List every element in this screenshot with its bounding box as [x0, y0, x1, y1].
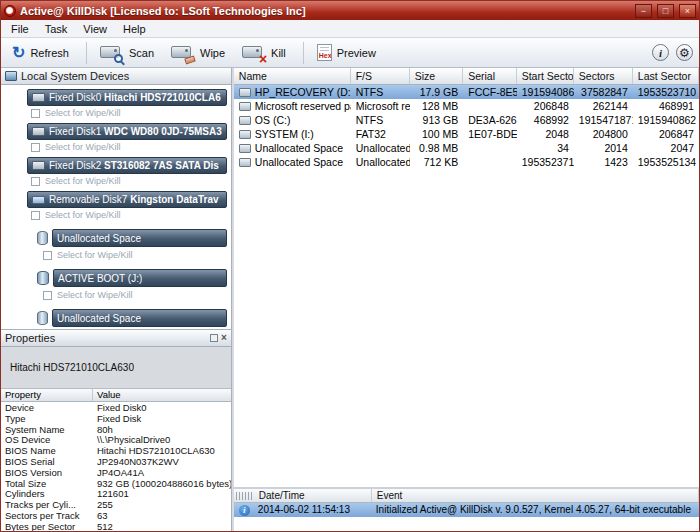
- main-content: Local System Devices Fixed Disk0 Hitachi…: [1, 68, 699, 531]
- refresh-button[interactable]: ↻ Refresh: [7, 42, 78, 64]
- event-text: Initialized Active@ KillDisk v. 9.0.527,…: [372, 503, 699, 517]
- checkbox-icon[interactable]: [43, 251, 52, 260]
- props-column-value[interactable]: Value: [93, 389, 231, 401]
- column-header-serial[interactable]: Serial: [463, 68, 517, 84]
- tree-item-fixed-disk2[interactable]: Fixed Disk2 ST316082 7AS SATA Dis: [27, 157, 227, 174]
- volume-icon: [239, 102, 251, 111]
- property-row-device: DeviceFixed Disk0: [1, 403, 231, 414]
- close-button[interactable]: ×: [679, 4, 696, 18]
- tree-item-active-boot-j[interactable]: ACTIVE BOOT (J:): [53, 269, 227, 287]
- settings-button[interactable]: ⚙: [676, 44, 693, 61]
- volume-label: Unallocated Space: [57, 313, 141, 324]
- unallocated-icon: [37, 231, 48, 245]
- unallocated-icon: [37, 311, 48, 325]
- menu-help[interactable]: Help: [115, 21, 154, 37]
- select-for-wipe-kill-row[interactable]: Select for Wipe/Kill: [31, 140, 231, 154]
- partition-row-hp-recovery-d[interactable]: HP_RECOVERY (D:)NTFS17.9 GBFCCF-8E5C1915…: [234, 85, 699, 99]
- toolbar-separator: [303, 42, 304, 64]
- property-value: Fixed Disk0: [93, 403, 231, 414]
- partition-table-header: NameF/SSizeSerialStart SectorSectorsLast…: [234, 68, 699, 85]
- column-header-size[interactable]: Size: [410, 68, 464, 84]
- checkbox-icon[interactable]: [31, 211, 40, 220]
- tree-item-unallocated-space[interactable]: Unallocated Space: [52, 229, 227, 247]
- device-name-label: Hitachi HDS721010CLA630: [10, 362, 134, 373]
- panel-pin-icon[interactable]: [210, 334, 218, 342]
- select-for-wipe-kill-row[interactable]: Select for Wipe/Kill: [43, 248, 231, 262]
- props-column-property[interactable]: Property: [1, 389, 93, 401]
- select-for-wipe-kill-row[interactable]: Select for Wipe/Kill: [31, 208, 231, 222]
- devices-panel-header: Local System Devices: [1, 68, 231, 85]
- table-empty-area: [234, 169, 699, 487]
- minimize-button[interactable]: −: [635, 4, 652, 18]
- hdd-icon: [32, 127, 45, 136]
- hdd-icon: [32, 161, 45, 170]
- property-row-bios-serial: BIOS SerialJP2940N037K2WV: [1, 457, 231, 468]
- checkbox-icon[interactable]: [31, 143, 40, 152]
- column-header-last-sector[interactable]: Last Sector: [633, 68, 699, 84]
- scan-button[interactable]: Scan: [95, 40, 163, 65]
- device-label: Fixed Disk1 WDC WD80 0JD-75MSA3: [49, 126, 222, 137]
- property-row-total-size: Total Size932 GB (1000204886016 bytes): [1, 479, 231, 490]
- property-name: Sectors per Track: [1, 511, 93, 522]
- usb-icon: [32, 196, 45, 204]
- tree-item-removable-disk7[interactable]: Removable Disk7 Kingston DataTrav: [27, 191, 227, 208]
- property-value: Hitachi HDS721010CLA630: [93, 446, 231, 457]
- column-header-f-s[interactable]: F/S: [351, 68, 410, 84]
- partition-row-unallocated-space[interactable]: Unallocated SpaceUnallocated712 KB195352…: [234, 155, 699, 169]
- device-label: Removable Disk7 Kingston DataTrav: [49, 194, 219, 205]
- volume-icon: [239, 144, 251, 153]
- column-header-sectors[interactable]: Sectors: [574, 68, 633, 84]
- select-for-wipe-kill-row[interactable]: Select for Wipe/Kill: [31, 106, 231, 120]
- select-for-wipe-kill-row[interactable]: Select for Wipe/Kill: [31, 174, 231, 188]
- menu-file[interactable]: File: [3, 21, 37, 37]
- partition-row-unallocated-space[interactable]: Unallocated SpaceUnallocated0.98 MB34201…: [234, 141, 699, 155]
- device-label: Fixed Disk0 Hitachi HDS721010CLA6: [49, 92, 221, 103]
- properties-panel-title: Properties: [5, 332, 55, 344]
- event-column-date-time[interactable]: Date/Time: [254, 489, 372, 502]
- property-name: Device: [1, 403, 93, 414]
- wipe-button[interactable]: Wipe: [166, 40, 234, 65]
- event-row[interactable]: i2014-06-02 11:54:13Initialized Active@ …: [234, 503, 699, 517]
- column-header-start-sector[interactable]: Start Sector: [517, 68, 574, 84]
- volume-label: ACTIVE BOOT (J:): [58, 273, 142, 284]
- panel-close-icon[interactable]: ×: [221, 334, 227, 342]
- select-for-wipe-kill-row[interactable]: Select for Wipe/Kill: [43, 288, 231, 302]
- wipe-icon: [171, 43, 195, 62]
- event-datetime: 2014-06-02 11:54:13: [254, 503, 372, 517]
- window-title: Active@ KillDisk [Licensed to: LSoft Tec…: [20, 5, 630, 17]
- checkbox-icon[interactable]: [31, 177, 40, 186]
- refresh-icon: ↻: [12, 45, 25, 61]
- tree-item-fixed-disk1[interactable]: Fixed Disk1 WDC WD80 0JD-75MSA3: [27, 123, 227, 140]
- column-header-name[interactable]: Name: [234, 68, 351, 84]
- info-icon: i: [239, 505, 250, 516]
- event-column-event[interactable]: Event: [372, 489, 699, 502]
- properties-table: DeviceFixed Disk0TypeFixed DiskSystem Na…: [1, 402, 231, 531]
- hex-preview-icon: Hex: [317, 44, 332, 61]
- toolbar: ↻ Refresh Scan Wipe × Kill Hex Preview i…: [1, 38, 699, 68]
- property-row-bios-name: BIOS NameHitachi HDS721010CLA630: [1, 446, 231, 457]
- property-value: JP2940N037K2WV: [93, 457, 231, 468]
- partition-row-system-i[interactable]: SYSTEM (I:)FAT32100 MB1E07-BDEB204820480…: [234, 127, 699, 141]
- kill-button[interactable]: × Kill: [237, 40, 295, 65]
- about-button[interactable]: i: [652, 44, 669, 61]
- property-row-bytes-per-sector: Bytes per Sector512: [1, 522, 231, 531]
- menu-view[interactable]: View: [75, 21, 115, 37]
- maximize-button[interactable]: □: [657, 4, 674, 18]
- select-label: Select for Wipe/Kill: [45, 176, 121, 186]
- property-name: Cylinders: [1, 489, 93, 500]
- volume-icon: [239, 158, 251, 167]
- property-name: BIOS Name: [1, 446, 93, 457]
- property-value: 932 GB (1000204886016 bytes): [93, 479, 231, 490]
- event-log: i2014-06-02 11:54:13Initialized Active@ …: [234, 503, 699, 517]
- checkbox-icon[interactable]: [43, 291, 52, 300]
- menu-task[interactable]: Task: [37, 21, 76, 37]
- hdd-icon: [32, 93, 45, 102]
- partition-row-microsoft-reserved-par[interactable]: Microsoft reserved par...Microsoft res..…: [234, 99, 699, 113]
- preview-button[interactable]: Hex Preview: [312, 41, 385, 64]
- tree-item-unallocated-space[interactable]: Unallocated Space: [52, 309, 227, 327]
- tree-item-fixed-disk0[interactable]: Fixed Disk0 Hitachi HDS721010CLA6: [27, 89, 227, 106]
- checkbox-icon[interactable]: [31, 109, 40, 118]
- device-label: Fixed Disk2 ST316082 7AS SATA Dis: [49, 160, 219, 171]
- partition-row-os-c[interactable]: OS (C:)NTFS913 GBDE3A-626E46899219154718…: [234, 113, 699, 127]
- event-log-header: Date/TimeEvent: [234, 489, 699, 503]
